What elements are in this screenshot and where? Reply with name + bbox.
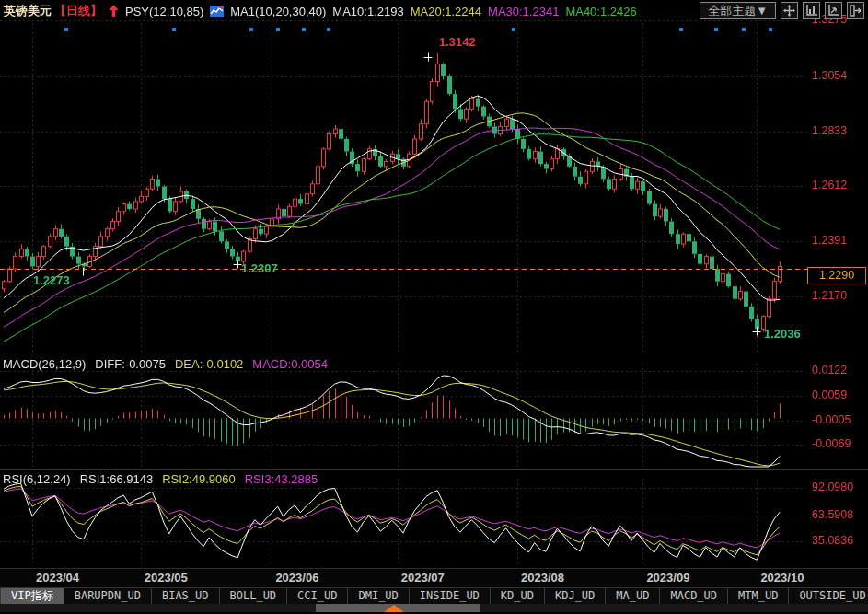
indicator-tab-bar: VIP指标BARUPDN_UDBIAS_UDBOLL_UDCCI_UDDMI_U… [0,587,868,604]
macd-axis-tick: -0.0069 [812,437,851,450]
rsi-name: RSI(6,12,24) [3,472,71,486]
rsi-axis-tick: 92.0980 [812,481,853,493]
price-annotation: 1.2307 [241,261,278,275]
indicator-tab-barupdn-ud[interactable]: BARUPDN_UD [64,588,152,604]
indicator-tab-macd-ud[interactable]: MACD_UD [660,588,728,604]
ma40-value: MA40:1.2426 [565,5,636,18]
collapse-pane-button[interactable] [847,2,864,19]
x-axis-month-label: 2023/05 [145,571,188,585]
indicator-tab-kdj-ud[interactable]: KDJ_UD [545,588,606,604]
macd-name: MACD(26,12,9) [3,357,86,371]
x-axis-month-label: 2023/10 [760,571,804,585]
up-arrow-icon [109,5,119,17]
rsi1-value: RSI1:66.9143 [80,472,154,486]
price-axis-tick: 1.2612 [812,179,847,191]
rsi-axis-tick: 35.0836 [812,534,853,547]
price-annotation: 1.2036 [764,327,801,341]
x-axis-month-label: 2023/04 [36,571,79,585]
current-price-badge: 1.2290 [807,267,866,284]
x-axis-month-label: 2023/09 [646,571,689,585]
axis-arrow-button[interactable] [825,2,842,19]
macd-axis-tick: -0.0005 [812,413,851,426]
axis-chart-icon [805,5,817,17]
macd-dea-value: DEA:-0.0102 [175,357,243,371]
indicator-tab-vip-[interactable]: VIP指标 [1,588,64,604]
pan-tool-button[interactable] [781,2,798,19]
price-chart-canvas[interactable] [0,0,868,614]
trading-terminal-window: 英镑美元 【日线】 PSY(12,10,85) MA1(10,20,30,40)… [0,0,868,614]
horizontal-scrollbar[interactable] [0,604,868,612]
price-axis-tick: 1.2391 [812,234,847,247]
scrollbar-orange-marker[interactable] [384,605,404,612]
header-toolbar: 全部主题▼ [700,2,864,19]
rsi2-value: RSI2:49.9060 [162,472,236,486]
period-label: 【日线】 [54,3,102,19]
exit-arrow-icon [850,5,862,17]
symbol-name: 英镑美元 [4,3,52,19]
psy-indicator-label: PSY(12,10,85) [125,5,203,18]
rsi-pane-header: RSI(6,12,24) RSI1:66.9143 RSI2:49.9060 R… [3,472,318,486]
axis-scale-button[interactable] [803,2,820,19]
theme-dropdown-button[interactable]: 全部主题▼ [700,2,776,19]
ma10-value: MA10:1.2193 [332,5,403,18]
indicator-tab-mtm-ud[interactable]: MTM_UD [728,588,789,604]
indicator-tab-dmi-ud[interactable]: DMI_UD [348,588,409,604]
x-axis-month-label: 2023/07 [401,571,445,585]
indicator-tab-ma-ud[interactable]: MA_UD [606,588,660,604]
indicator-tab-bias-ud[interactable]: BIAS_UD [152,588,220,604]
x-axis-month-label: 2023/08 [521,571,564,585]
indicator-tab-inside-ud[interactable]: INSIDE_UD [410,588,491,604]
macd-diff-value: DIFF:-0.0075 [95,357,166,371]
rsi3-value: RSI3:43.2885 [245,472,318,486]
ma-group-label: MA1(10,20,30,40) [230,5,326,18]
indicator-tab-outside-ud[interactable]: OUTSIDE_UD [789,588,868,604]
macd-pane-header: MACD(26,12,9) DIFF:-0.0075 DEA:-0.0102 M… [3,357,328,371]
pan-icon [783,5,795,17]
indicator-tab-boll-ud[interactable]: BOLL_UD [220,588,288,604]
price-axis-tick: 1.2833 [812,124,847,137]
rsi-axis-tick: 63.5908 [812,508,853,521]
price-axis-tick: 1.3054 [812,69,847,82]
price-axis-tick: 1.2170 [812,289,847,302]
mini-chart-icon [210,6,224,17]
ma20-value: MA20:1.2244 [411,5,481,18]
price-annotation: 1.2273 [33,273,70,287]
indicator-tab-cci-ud[interactable]: CCI_UD [287,588,348,604]
price-annotation: 1.3142 [439,35,476,49]
macd-axis-tick: 0.0122 [812,364,847,377]
axis-arrow-icon [827,5,839,17]
macd-macd-value: MACD:0.0054 [252,357,328,371]
indicator-tab-kd-ud[interactable]: KD_UD [491,588,545,604]
macd-axis-tick: 0.0059 [812,388,847,401]
ma30-value: MA30:1.2341 [488,5,559,18]
x-axis-month-label: 2023/06 [275,571,318,585]
